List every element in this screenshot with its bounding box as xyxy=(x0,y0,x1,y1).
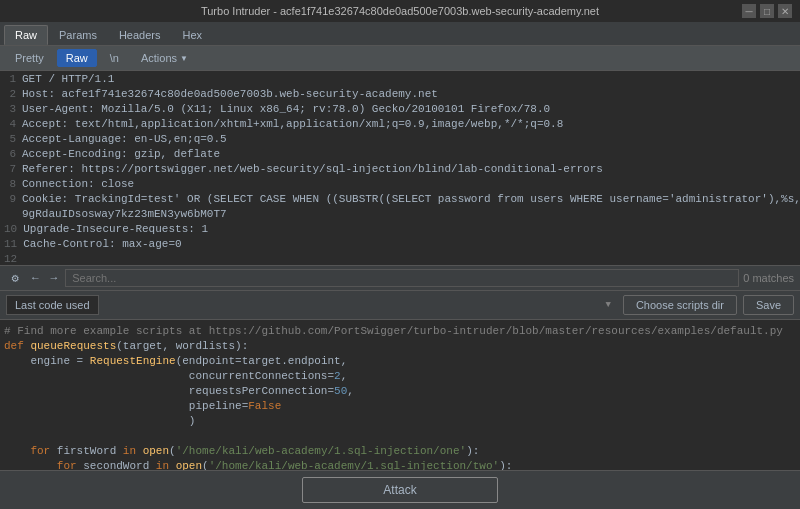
request-line-4: 4 Accept: text/html,application/xhtml+xm… xyxy=(0,118,800,133)
match-count: 0 matches xyxy=(743,272,794,284)
code-line-for1: for firstWord in open('/home/kali/web-ac… xyxy=(0,444,800,459)
close-button[interactable]: ✕ xyxy=(778,4,792,18)
attack-bar: Attack xyxy=(0,470,800,509)
request-line-8: 8 Connection: close xyxy=(0,178,800,193)
request-line-9b: 9gRdauIDsosway7kz23mEN3yw6bM0T7 xyxy=(0,208,800,223)
actions-label: Actions xyxy=(141,52,177,64)
code-line-engine4: pipeline=False xyxy=(0,399,800,414)
tab-hex[interactable]: Hex xyxy=(172,25,214,45)
request-line-3: 3 User-Agent: Mozilla/5.0 (X11; Linux x8… xyxy=(0,103,800,118)
back-button[interactable]: ← xyxy=(28,271,43,285)
raw-button[interactable]: Raw xyxy=(57,49,97,67)
request-line-9: 9 Cookie: TrackingId=test' OR (SELECT CA… xyxy=(0,193,800,208)
search-bar: ⚙ ← → 0 matches xyxy=(0,265,800,291)
settings-icon[interactable]: ⚙ xyxy=(6,271,24,286)
save-script-button[interactable]: Save xyxy=(743,295,794,315)
code-line-comment: # Find more example scripts at https://g… xyxy=(0,324,800,339)
script-selector-bar: Last code used Choose scripts dir Save xyxy=(0,291,800,320)
window-controls: ─ □ ✕ xyxy=(742,4,792,18)
code-line-def1: def queueRequests(target, wordlists): xyxy=(0,339,800,354)
request-line-10: 10 Upgrade-Insecure-Requests: 1 xyxy=(0,223,800,238)
search-input[interactable] xyxy=(65,269,739,287)
code-line-engine2: concurrentConnections=2, xyxy=(0,369,800,384)
tab-raw[interactable]: Raw xyxy=(4,25,48,45)
window-title: Turbo Intruder - acfe1f741e32674c80de0ad… xyxy=(58,5,742,17)
code-editor[interactable]: # Find more example scripts at https://g… xyxy=(0,320,800,470)
request-line-12: 12 xyxy=(0,253,800,265)
request-line-11: 11 Cache-Control: max-age=0 xyxy=(0,238,800,253)
request-area: 1 GET / HTTP/1.1 2 Host: acfe1f741e32674… xyxy=(0,71,800,265)
request-line-1: 1 GET / HTTP/1.1 xyxy=(0,73,800,88)
tab-params[interactable]: Params xyxy=(48,25,108,45)
script-dropdown-wrap: Last code used xyxy=(6,295,617,315)
forward-button[interactable]: → xyxy=(47,271,62,285)
code-line-engine5: ) xyxy=(0,414,800,429)
attack-button[interactable]: Attack xyxy=(302,477,497,503)
vn-button[interactable]: \n xyxy=(101,49,128,67)
request-content[interactable]: 1 GET / HTTP/1.1 2 Host: acfe1f741e32674… xyxy=(0,71,800,265)
request-toolbar: Pretty Raw \n Actions ▼ xyxy=(0,46,800,71)
title-bar: Turbo Intruder - acfe1f741e32674c80de0ad… xyxy=(0,0,800,22)
request-line-5: 5 Accept-Language: en-US,en;q=0.5 xyxy=(0,133,800,148)
top-tab-bar: Raw Params Headers Hex xyxy=(0,22,800,46)
minimize-button[interactable]: ─ xyxy=(742,4,756,18)
tab-headers[interactable]: Headers xyxy=(108,25,172,45)
code-line-engine3: requestsPerConnection=50, xyxy=(0,384,800,399)
actions-dropdown-icon: ▼ xyxy=(180,54,188,63)
request-line-6: 6 Accept-Encoding: gzip, deflate xyxy=(0,148,800,163)
request-line-7: 7 Referer: https://portswigger.net/web-s… xyxy=(0,163,800,178)
code-line-engine1: engine = RequestEngine(endpoint=target.e… xyxy=(0,354,800,369)
maximize-button[interactable]: □ xyxy=(760,4,774,18)
request-line-2: 2 Host: acfe1f741e32674c80de0ad500e7003b… xyxy=(0,88,800,103)
code-line-blank1 xyxy=(0,429,800,444)
pretty-button[interactable]: Pretty xyxy=(6,49,53,67)
actions-button[interactable]: Actions ▼ xyxy=(132,49,197,67)
code-line-for2: for secondWord in open('/home/kali/web-a… xyxy=(0,459,800,470)
script-dropdown[interactable]: Last code used xyxy=(6,295,99,315)
choose-scripts-dir-button[interactable]: Choose scripts dir xyxy=(623,295,737,315)
